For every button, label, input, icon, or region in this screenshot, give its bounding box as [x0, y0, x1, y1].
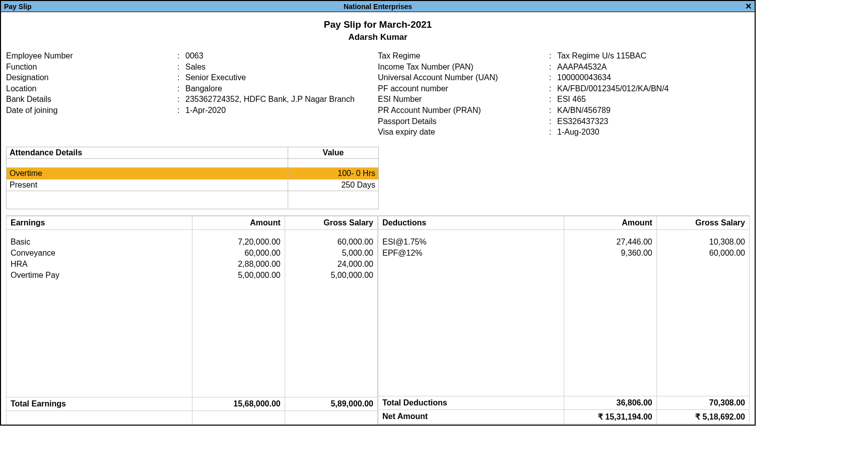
info-label: Universal Account Number (UAN) [378, 72, 549, 83]
info-row: Bank Details:235362724352, HDFC Bank, J.… [6, 94, 378, 105]
total-earnings-label: Total Earnings [7, 397, 192, 410]
info-value: Senior Executive [185, 72, 378, 83]
info-value: 1-Apr-2020 [185, 105, 378, 116]
titlebar: Pay Slip National Enterprises ✕ [1, 1, 755, 12]
deductions-amount-header: Amount [564, 216, 656, 229]
info-value: Sales [185, 62, 378, 73]
deduction-amount: 27,446.00 [564, 237, 656, 248]
info-row: Function:Sales [6, 62, 378, 73]
info-value: Tax Regime U/s 115BAC [557, 50, 750, 62]
info-value: KA/FBD/0012345/012/KA/BN/4 [557, 83, 750, 94]
info-label: Date of joining [6, 105, 177, 116]
attendance-header-value: Value [288, 147, 379, 158]
payslip-window: Pay Slip National Enterprises ✕ Pay Slip… [0, 0, 756, 426]
info-value: 100000043634 [557, 72, 750, 83]
info-row: Tax Regime:Tax Regime U/s 115BAC [378, 50, 750, 62]
deductions-header: Deductions [378, 216, 564, 229]
net-amount-value: ₹ 15,31,194.00 [564, 409, 656, 424]
deductions-table: Deductions Amount Gross Salary ESI@1.75%… [378, 216, 750, 424]
info-label: ESI Number [378, 94, 549, 105]
info-row: Employee Number:0063 [6, 50, 378, 62]
attendance-label: Present [7, 179, 288, 191]
info-value: 235362724352, HDFC Bank, J.P Nagar Branc… [185, 94, 378, 105]
employee-name: Adarsh Kumar [6, 32, 750, 42]
titlebar-left: Pay Slip [4, 3, 31, 11]
earnings-table: Earnings Amount Gross Salary Basic7,20,0… [6, 216, 378, 425]
info-label: Designation [6, 72, 177, 83]
info-label: Location [6, 83, 177, 94]
info-label: Function [6, 62, 177, 73]
attendance-value: 100- 0 Hrs [288, 167, 379, 179]
earnings-header: Earnings [7, 216, 192, 229]
info-label: Passport Details [378, 116, 549, 127]
page-title: Pay Slip for March-2021 [6, 19, 750, 30]
deduction-amount: 9,360.00 [564, 248, 656, 259]
info-row: PF account number:KA/FBD/0012345/012/KA/… [378, 83, 750, 94]
net-amount-gross: ₹ 5,18,692.00 [656, 409, 749, 424]
earning-amount: 2,88,000.00 [192, 259, 285, 270]
deduction-gross: 10,308.00 [656, 237, 749, 248]
earnings-row: HRA2,88,000.0024,000.00 [7, 259, 378, 270]
employee-info: Employee Number:0063Function:SalesDesign… [6, 50, 750, 138]
info-row: Universal Account Number (UAN):100000043… [378, 72, 750, 83]
attendance-value: 250 Days [288, 179, 379, 191]
earnings-row: Conveyance60,000.005,000.00 [7, 248, 378, 259]
earnings-row: Overtime Pay5,00,000.005,00,000.00 [7, 270, 378, 281]
info-value: 1-Aug-2030 [557, 127, 750, 138]
info-label: PF account number [378, 83, 549, 94]
earning-name: HRA [7, 259, 192, 270]
earning-amount: 60,000.00 [192, 248, 285, 259]
info-row: Visa expiry date:1-Aug-2030 [378, 127, 750, 138]
info-value: KA/BN/456789 [557, 105, 750, 116]
earning-gross: 5,000.00 [285, 248, 377, 259]
info-value: Bangalore [185, 83, 378, 94]
info-label: Income Tax Number (PAN) [378, 62, 549, 73]
info-value: AAAPA4532A [557, 62, 750, 73]
net-amount-label: Net Amount [378, 409, 564, 424]
total-deductions-gross: 70,308.00 [656, 396, 749, 409]
info-row: ESI Number:ESI 465 [378, 94, 750, 105]
deduction-row: EPF@12%9,360.0060,000.00 [378, 248, 750, 259]
info-label: Employee Number [6, 50, 177, 62]
info-label: Tax Regime [378, 50, 549, 62]
earning-gross: 60,000.00 [285, 237, 377, 248]
earning-amount: 7,20,000.00 [192, 237, 285, 248]
deductions-gross-header: Gross Salary [656, 216, 749, 229]
info-row: Location:Bangalore [6, 83, 378, 94]
info-label: Bank Details [6, 94, 177, 105]
attendance-header-label: Attendance Details [7, 147, 288, 158]
earnings-row: Basic7,20,000.0060,000.00 [7, 237, 378, 248]
attendance-label: Overtime [7, 167, 288, 179]
deduction-name: EPF@12% [378, 248, 564, 259]
earnings-gross-header: Gross Salary [285, 216, 377, 229]
earning-name: Basic [7, 237, 192, 248]
info-row: Income Tax Number (PAN):AAAPA4532A [378, 62, 750, 73]
attendance-row[interactable]: Overtime100- 0 Hrs [7, 167, 379, 179]
info-label: Visa expiry date [378, 127, 549, 138]
info-right-col: Tax Regime:Tax Regime U/s 115BACIncome T… [378, 50, 750, 138]
deduction-row: ESI@1.75%27,446.0010,308.00 [378, 237, 750, 248]
info-row: PR Account Number (PRAN):KA/BN/456789 [378, 105, 750, 116]
close-icon[interactable]: ✕ [745, 3, 752, 11]
deduction-gross: 60,000.00 [656, 248, 749, 259]
info-value: ESI 465 [557, 94, 750, 105]
info-row: Designation:Senior Executive [6, 72, 378, 83]
earning-name: Overtime Pay [7, 270, 192, 281]
titlebar-center: National Enterprises [344, 3, 412, 11]
earnings-amount-header: Amount [192, 216, 285, 229]
earnings-deductions: Earnings Amount Gross Salary Basic7,20,0… [6, 215, 750, 425]
info-row: Date of joining:1-Apr-2020 [6, 105, 378, 116]
info-value: ES326437323 [557, 116, 750, 127]
deduction-name: ESI@1.75% [378, 237, 564, 248]
info-row: Passport Details:ES326437323 [378, 116, 750, 127]
total-earnings-gross: 5,89,000.00 [285, 397, 377, 410]
earning-amount: 5,00,000.00 [192, 270, 285, 281]
attendance-row: Present250 Days [7, 179, 379, 191]
info-value: 0063 [185, 50, 378, 62]
info-left-col: Employee Number:0063Function:SalesDesign… [6, 50, 378, 138]
content: Pay Slip for March-2021 Adarsh Kumar Emp… [1, 12, 755, 425]
total-earnings-amount: 15,68,000.00 [192, 397, 285, 410]
total-deductions-label: Total Deductions [378, 396, 564, 409]
info-label: PR Account Number (PRAN) [378, 105, 549, 116]
earning-gross: 5,00,000.00 [285, 270, 377, 281]
